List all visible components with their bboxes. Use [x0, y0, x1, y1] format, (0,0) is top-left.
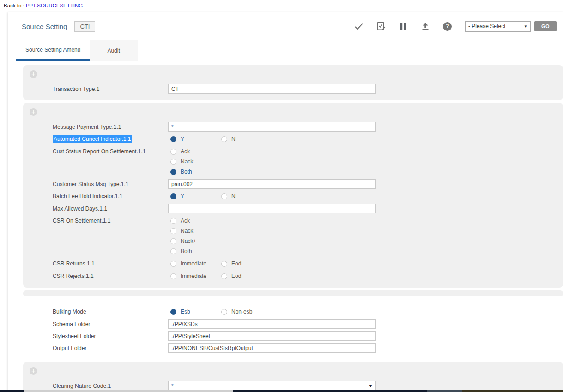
radio-option[interactable]: Eod — [221, 259, 272, 269]
bottom-bar — [0, 390, 563, 392]
field-row: CSR Rejects.1.1ImmediateEod — [53, 271, 563, 281]
radio-option[interactable]: Both — [170, 167, 563, 177]
field-label: CSR On Settlement.1.1 — [53, 216, 168, 224]
chevron-down-icon: ▼ — [524, 24, 527, 29]
commit-check-icon[interactable] — [354, 21, 364, 31]
field-row: Message Payment Type.1.1* — [53, 122, 563, 132]
field-control: ./PP/XSDs — [168, 319, 563, 329]
field-row: CSR Returns.1.1ImmediateEod — [53, 259, 563, 269]
radio-option-label: N — [231, 193, 236, 199]
back-to-label: Back to : — [4, 3, 24, 8]
radio-option[interactable]: Nack — [170, 226, 563, 236]
select-input[interactable]: *▼ — [168, 381, 376, 391]
upload-icon[interactable] — [420, 21, 430, 31]
text-input[interactable]: pain.002 — [168, 179, 376, 189]
field-control — [168, 204, 563, 213]
field-control: AckNackNack+Both — [168, 216, 563, 256]
radio-group: ImmediateEod — [168, 271, 563, 281]
bottom-bar-segment — [427, 390, 462, 392]
go-button[interactable]: GO — [534, 21, 557, 31]
validate-document-icon[interactable] — [376, 21, 386, 31]
form-section: +Transaction Type.1CT — [23, 65, 563, 100]
field-control: AckNackBoth — [168, 146, 563, 177]
bottom-bar-segment — [462, 390, 563, 392]
radio-button-icon — [170, 309, 176, 315]
field-label: Bulking Mode — [53, 307, 168, 315]
form-section: +Clearing Nature Code.1*▼Mandate Verific… — [23, 362, 563, 392]
text-input[interactable]: * — [168, 122, 376, 132]
radio-option[interactable]: Ack — [170, 216, 563, 226]
radio-option[interactable]: Y — [170, 134, 221, 144]
radio-button-icon — [170, 218, 176, 224]
radio-option[interactable]: Immediate — [170, 271, 221, 281]
radio-button-icon — [170, 238, 176, 244]
field-control: YN — [168, 134, 563, 144]
radio-button-icon — [221, 261, 227, 267]
radio-option[interactable]: Y — [170, 191, 221, 201]
radio-option-label: Nack — [181, 158, 193, 165]
field-row: Automated Cancel Indicator.1.1YN — [53, 134, 563, 144]
radio-button-icon — [221, 193, 227, 199]
help-question-glyph: ? — [443, 22, 452, 31]
radio-option-label: Ack — [181, 148, 190, 155]
field-label: Batch Fee Hold Indicator.1.1 — [53, 191, 168, 200]
radio-option-label: Eod — [231, 273, 241, 279]
radio-option[interactable]: Non-esb — [221, 307, 272, 317]
action-select-value: - Please Select — [468, 23, 506, 30]
select-value: * — [171, 383, 174, 389]
text-input[interactable] — [168, 204, 376, 213]
radio-button-icon — [170, 193, 176, 199]
form-section: Bulking ModeEsbNon-esbSchema Folder./PP/… — [23, 299, 563, 359]
radio-option-label: Immediate — [181, 273, 206, 279]
field-control: pain.002 — [168, 179, 563, 189]
radio-option[interactable]: N — [221, 134, 272, 144]
bottom-bar-segment — [24, 390, 233, 392]
radio-option-label: Nack+ — [181, 238, 196, 244]
action-select-dropdown[interactable]: - Please Select ▼ — [465, 21, 531, 32]
field-control: * — [168, 122, 563, 132]
text-input[interactable]: ./PP/XSDs — [168, 319, 376, 329]
radio-button-icon — [170, 159, 176, 165]
text-input[interactable]: ./PP/NONESB/CustStsRptOutput — [168, 343, 376, 353]
radio-option[interactable]: Nack+ — [170, 236, 563, 246]
radio-option[interactable]: Esb — [170, 307, 221, 317]
field-row: Batch Fee Hold Indicator.1.1YN — [53, 191, 563, 201]
radio-option[interactable]: Immediate — [170, 259, 221, 269]
radio-button-icon — [170, 248, 176, 254]
text-input[interactable]: CT — [168, 84, 376, 94]
radio-option-label: Both — [181, 169, 192, 175]
dropdown-caret-icon: ▼ — [369, 384, 373, 388]
hold-pause-icon[interactable] — [398, 21, 408, 31]
field-control: ImmediateEod — [168, 259, 563, 269]
bottom-bar-segment — [0, 390, 24, 392]
field-label: Output Folder — [53, 343, 168, 352]
radio-group: YN — [168, 134, 563, 144]
radio-option[interactable]: Eod — [221, 271, 272, 281]
field-label: Cust Status Report On Settlement.1.1 — [53, 146, 168, 155]
field-control: ./PP/NONESB/CustStsRptOutput — [168, 343, 563, 353]
field-label: CSR Returns.1.1 — [53, 259, 168, 267]
main-card: Source Setting CTI — [8, 12, 563, 392]
field-row: Customer Status Msg Type.1.1pain.002 — [53, 179, 563, 189]
back-link[interactable]: PPT.SOURCESETTING — [26, 3, 83, 8]
radio-option[interactable]: Both — [170, 246, 563, 256]
field-row: Cust Status Report On Settlement.1.1AckN… — [53, 146, 563, 177]
radio-option-label: Esb — [181, 308, 190, 315]
radio-option[interactable]: N — [221, 191, 272, 201]
add-multivalue-icon[interactable]: + — [30, 367, 37, 375]
radio-option[interactable]: Nack — [170, 157, 563, 167]
field-label: Message Payment Type.1.1 — [53, 122, 168, 131]
help-icon[interactable]: ? — [442, 21, 453, 31]
text-input[interactable]: ./PP/StyleSheet — [168, 331, 376, 341]
add-multivalue-icon[interactable]: + — [30, 108, 37, 116]
tab-source-setting-amend[interactable]: Source Setting Amend — [16, 40, 90, 61]
radio-option-label: N — [231, 136, 236, 142]
field-row: Clearing Nature Code.1*▼ — [53, 381, 563, 391]
field-label: Schema Folder — [53, 319, 168, 328]
page-title: Source Setting — [22, 23, 67, 30]
radio-option[interactable]: Ack — [170, 146, 563, 157]
radio-group: AckNackBoth — [168, 146, 563, 177]
add-multivalue-icon[interactable]: + — [30, 70, 37, 78]
tab-audit[interactable]: Audit — [90, 40, 137, 61]
radio-option-label: Ack — [181, 217, 190, 224]
